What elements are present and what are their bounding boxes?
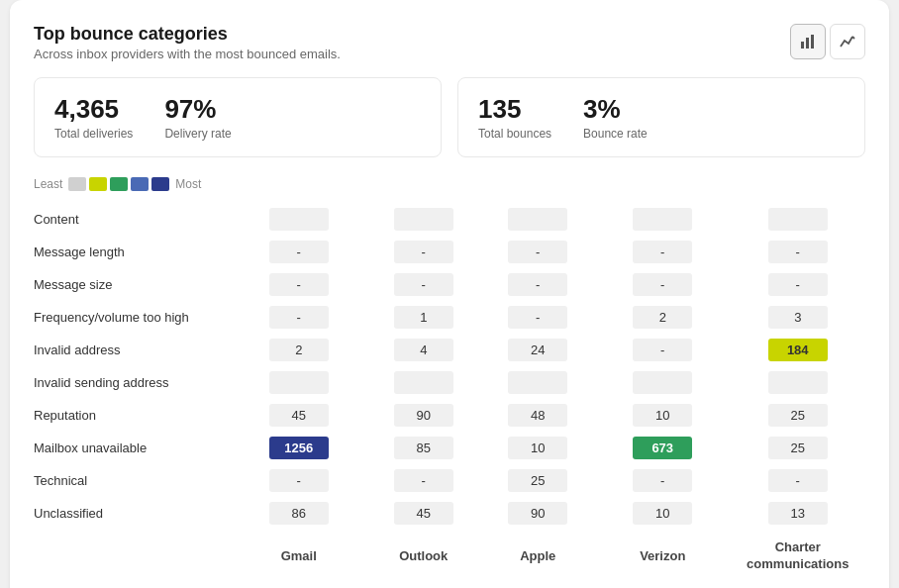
card-subtitle: Across inbox providers with the most bou… [34,47,341,61]
cell: 24 [508,339,567,361]
cell: 48 [508,404,567,427]
bounce-stats-box: 135 Total bounces 3% Bounce rate [457,77,865,157]
cell: - [768,241,828,263]
cell: 45 [394,502,453,525]
table-row: Frequency/volume too high - 1 - 2 3 [34,301,865,334]
table-row: Message size - - - - - [34,268,865,301]
swatch-2 [89,177,107,191]
table-row: Technical - - 25 - - [34,464,865,497]
table-row: Unclassified 86 45 90 10 13 [34,497,865,530]
cell: - [508,306,567,329]
row-category: Mailbox unavailable [34,432,232,464]
header-text: Top bounce categories Across inbox provi… [34,24,341,61]
swatch-5 [151,177,169,191]
cell: - [633,273,692,296]
cell: - [768,273,828,296]
total-bounces-value: 135 [478,94,551,125]
cell-highlighted: 1256 [269,437,329,459]
cell-highlighted: 184 [768,339,828,361]
svg-rect-1 [806,38,809,49]
delivery-rate-label: Delivery rate [164,127,231,141]
row-category: Invalid sending address [34,366,232,399]
cell: 10 [633,502,692,525]
col-label-apple: Apple [481,530,596,578]
cell: - [508,273,567,296]
bounce-table-wrapper: Content Message length - - - - - [34,203,865,578]
table-footer-row: Gmail Outlook Apple Verizon Chartercommu… [34,530,865,578]
swatch-4 [131,177,149,191]
cell: - [394,273,453,296]
cell: 10 [508,437,567,459]
cell [269,371,329,394]
cell: - [394,241,453,263]
cell: - [269,273,329,296]
table-row: Invalid address 2 4 24 - 184 [34,334,865,366]
svg-rect-2 [811,35,814,49]
legend-most-label: Most [175,177,201,191]
total-bounces-label: Total bounces [478,127,551,141]
cell: - [269,469,329,492]
bounce-rate-value: 3% [583,94,648,125]
total-deliveries-stat: 4,365 Total deliveries [54,94,133,141]
cell: 2 [633,306,692,329]
legend: Least Most [34,177,865,191]
cell: - [269,241,329,263]
cell: 90 [394,404,453,427]
col-label-verizon: Verizon [595,530,731,578]
swatch-1 [68,177,86,191]
chart-type-buttons [790,24,865,59]
row-category: Unclassified [34,497,232,530]
cell: - [633,469,692,492]
cell [508,371,567,394]
cell: - [633,339,692,361]
col-label-charter: Chartercommunications [731,530,866,578]
cell [394,208,453,231]
stats-row: 4,365 Total deliveries 97% Delivery rate… [34,77,865,157]
cell: 3 [768,306,828,329]
cell [768,371,828,394]
bounce-rate-label: Bounce rate [583,127,648,141]
delivery-stats-box: 4,365 Total deliveries 97% Delivery rate [34,77,442,157]
cell: 25 [508,469,567,492]
bar-chart-button[interactable] [790,24,826,59]
cell: - [508,241,567,263]
delivery-rate-stat: 97% Delivery rate [164,94,231,141]
cell: 13 [768,502,828,525]
cell: 25 [768,404,828,427]
row-category: Technical [34,464,232,497]
legend-least-label: Least [34,177,62,191]
card-header: Top bounce categories Across inbox provi… [34,24,865,61]
cell: 45 [269,404,329,427]
col-label-gmail: Gmail [232,530,367,578]
total-deliveries-label: Total deliveries [54,127,133,141]
swatch-3 [110,177,128,191]
total-bounces-stat: 135 Total bounces [478,94,551,141]
row-category: Message size [34,268,232,301]
total-deliveries-value: 4,365 [54,94,133,125]
cell: 86 [269,502,329,525]
cell: - [394,469,453,492]
cell: 10 [633,404,692,427]
cell-highlighted: 673 [633,437,692,459]
row-category: Reputation [34,399,232,432]
bounce-table: Content Message length - - - - - [34,203,865,578]
row-category: Message length [34,236,232,268]
row-category: Frequency/volume too high [34,301,232,334]
legend-swatches [68,177,169,191]
cell [394,371,453,394]
row-category: Content [34,203,232,236]
bounce-rate-stat: 3% Bounce rate [583,94,648,141]
cell: 1 [394,306,453,329]
cell: 25 [768,437,828,459]
cell: - [768,469,828,492]
cell [633,371,692,394]
main-card: Top bounce categories Across inbox provi… [10,0,889,588]
cell: 2 [269,339,329,361]
cell [269,208,329,231]
cell [633,208,692,231]
cell: 4 [394,339,453,361]
card-title: Top bounce categories [34,24,341,45]
cell [508,208,567,231]
line-chart-button[interactable] [830,24,865,59]
cell: 90 [508,502,567,525]
